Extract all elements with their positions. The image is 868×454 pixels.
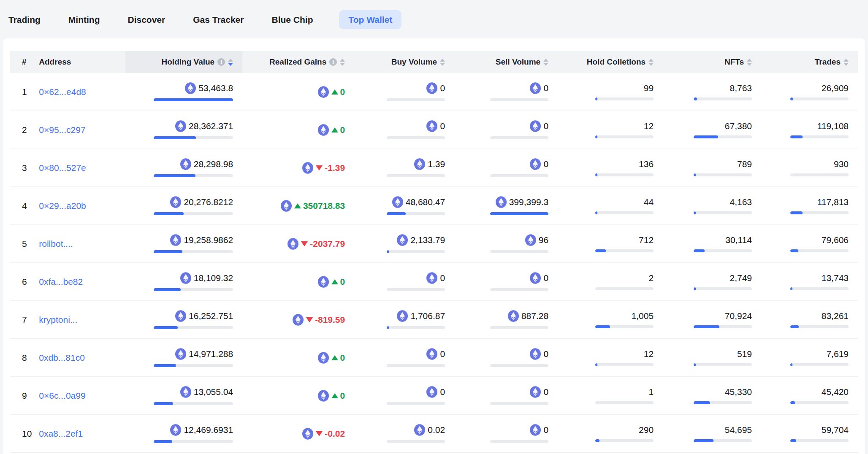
col-header-inner: Trades (761, 57, 849, 67)
col-header-label: Hold Colletions (587, 57, 646, 67)
hold-collections-bar (595, 135, 654, 138)
holding-value-bar (154, 326, 233, 329)
wallet-address-link[interactable]: 0×62...e4d8 (39, 87, 86, 97)
wallet-address-link[interactable]: 0xdb...81c0 (39, 353, 85, 362)
sell-volume-number: 887.28 (521, 311, 548, 321)
wallet-address-link[interactable]: 0xfa...be82 (39, 277, 83, 286)
col-header-inner: NFTs (663, 57, 752, 67)
col-header-buy[interactable]: Buy Volume (354, 51, 454, 73)
tab-top-wallet[interactable]: Top Wallet (339, 10, 401, 29)
buy-volume-number: 0 (440, 83, 445, 93)
col-header-label: # (10, 57, 27, 67)
wallet-address-link[interactable]: rollbot.... (39, 239, 73, 249)
col-header-sell[interactable]: Sell Volume (454, 51, 558, 73)
eth-icon (180, 386, 192, 398)
tab-minting[interactable]: Minting (67, 10, 102, 29)
trades-bar (790, 325, 849, 328)
value-bar-fill (694, 439, 713, 442)
sort-down-triangle-icon (747, 63, 752, 66)
holding-value-number: 53,463.8 (198, 83, 233, 93)
realized-gains-value: -819.59 (242, 314, 345, 326)
realized-gains-value: -2037.79 (242, 238, 345, 250)
tab-gas-tracker[interactable]: Gas Tracker (191, 10, 245, 29)
nfts-value: 519 (663, 349, 752, 359)
sell-volume-value: 0 (454, 424, 548, 436)
hold-collections-number: 44 (644, 197, 654, 207)
nfts-value: 70,924 (663, 311, 752, 321)
col-header-hold_collections[interactable]: Hold Colletions (558, 51, 663, 73)
sell-volume-bar (490, 288, 548, 291)
buy-volume-bar (387, 98, 445, 101)
value-bar-fill (694, 135, 718, 138)
realized-gains-value: -1.39 (242, 162, 345, 174)
eth-icon (302, 162, 314, 174)
table-row: 40×29...a20b20,276.8212350718.8348,680.4… (10, 187, 858, 225)
trades-cell: 26,909 (761, 73, 858, 111)
nfts-number: 4,163 (730, 197, 752, 207)
sort-icon[interactable] (228, 59, 233, 66)
sort-icon[interactable] (648, 59, 654, 66)
tab-discover[interactable]: Discover (126, 10, 167, 29)
buy-volume-bar (387, 440, 445, 443)
sort-icon[interactable] (440, 59, 445, 66)
trades-number: 83,261 (822, 311, 849, 321)
holding-value-number: 20,276.8212 (184, 197, 233, 207)
value-bar-fill (790, 439, 796, 442)
holding-value-cell: 14,971.288 (125, 339, 242, 377)
buy-volume-value: 0 (354, 386, 445, 398)
holding-value-cell: 28,298.98 (125, 149, 242, 187)
holding-value: 19,258.9862 (125, 234, 233, 246)
wallet-address-link[interactable]: kryptoni... (39, 315, 77, 324)
eth-icon (414, 424, 426, 436)
buy-volume-cell: 2,133.79 (354, 225, 454, 263)
nfts-bar (694, 97, 752, 100)
col-header-trades[interactable]: Trades (761, 51, 858, 73)
wallet-address-link[interactable]: 0×6c...0a99 (39, 391, 85, 400)
sell-volume-value: 887.28 (454, 310, 548, 322)
buy-volume-cell: 0 (354, 377, 454, 415)
value-bar-fill (790, 97, 793, 100)
trades-bar (790, 211, 849, 214)
tab-trading[interactable]: Trading (7, 10, 42, 29)
nfts-cell: 789 (663, 149, 761, 187)
wallet-address-link[interactable]: 0×29...a20b (39, 201, 86, 211)
sort-icon[interactable] (844, 59, 849, 66)
nfts-value: 8,763 (663, 83, 752, 93)
trades-value: 26,909 (761, 83, 849, 93)
realized-gains-cell: 350718.83 (242, 187, 354, 225)
sort-icon[interactable] (747, 59, 752, 66)
rank-value: 8 (22, 353, 27, 362)
nfts-value: 789 (663, 159, 752, 169)
nfts-bar (694, 287, 752, 290)
col-header-gains[interactable]: Realized Gainsi (242, 51, 354, 73)
trades-number: 117,813 (817, 197, 849, 207)
up-triangle-icon (294, 203, 301, 208)
realized-gains-cell: 0 (242, 111, 354, 149)
trades-value: 59,704 (761, 425, 849, 435)
wallet-address-link[interactable]: 0×80...527e (39, 163, 86, 173)
hold-collections-value: 1,005 (558, 311, 654, 321)
sort-icon[interactable] (340, 59, 345, 66)
holding-value: 12,469.6931 (125, 424, 233, 436)
trades-number: 45,420 (822, 387, 849, 397)
sort-down-triangle-icon (228, 63, 233, 66)
value-bar-fill (790, 211, 803, 214)
wallet-address-link[interactable]: 0×95...c297 (39, 125, 85, 135)
sort-icon[interactable] (543, 59, 548, 66)
realized-gains-number: 0 (340, 353, 345, 363)
rank-cell: 8 (10, 339, 39, 377)
trades-number: 930 (834, 159, 849, 169)
hold-collections-value: 712 (558, 235, 654, 245)
col-header-nfts[interactable]: NFTs (663, 51, 761, 73)
col-header-holding[interactable]: Holding Valuei (125, 51, 242, 73)
col-header-label: Realized Gains (269, 57, 326, 67)
sell-volume-bar (490, 174, 548, 177)
address-cell: 0xfa...be82 (39, 263, 125, 301)
table-row: 10×62...e4d853,463.8000998,76326,909 (10, 73, 858, 111)
value-bar-fill (694, 401, 710, 404)
tab-blue-chip[interactable]: Blue Chip (270, 10, 315, 29)
realized-gains-cell: -1.39 (242, 149, 354, 187)
wallet-address-link[interactable]: 0xa8...2ef1 (39, 429, 83, 438)
trades-cell: 119,108 (761, 111, 858, 149)
nfts-bar (694, 439, 752, 442)
